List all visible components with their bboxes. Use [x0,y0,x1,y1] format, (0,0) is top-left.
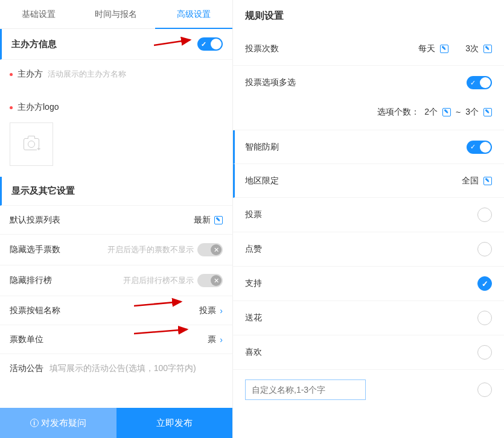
question-button[interactable]: i 对发布疑问 [0,408,116,438]
option-count-row: 选项个数： 2个 ~ 3个 [233,100,504,130]
anti-brush-row: 智能防刷 ✓ [233,130,504,164]
radio-support[interactable] [477,276,492,291]
option-support-row[interactable]: 支持 [233,267,504,301]
region-row[interactable]: 地区限定 全国 [233,164,504,198]
question-button-label: 对发布疑问 [41,417,86,429]
hide-votes-label: 隐藏选手票数 [10,244,60,255]
tab-advanced[interactable]: 高级设置 [155,0,232,28]
vote-unit-value: 票 [208,334,216,345]
edit-icon[interactable] [483,108,492,116]
chevron-right-icon: › [220,306,223,316]
option-like-row[interactable]: 点赞 [233,232,504,267]
organizer-section-title: 主办方信息 [11,39,57,50]
organizer-label: 主办方 [18,69,43,80]
radio-vote[interactable] [477,208,492,222]
hide-rank-label: 隐藏排行榜 [10,275,52,286]
option-like-label: 点赞 [245,244,262,255]
region-label: 地区限定 [245,176,279,186]
check-icon: ✓ [201,40,206,48]
anti-brush-toggle[interactable]: ✓ [467,141,492,154]
default-list-value: 最新 [194,215,211,226]
bottom-bar: i 对发布疑问 立即发布 [0,408,232,438]
cross-icon: ✕ [211,244,222,255]
tabs: 基础设置 时间与报名 高级设置 [0,0,232,29]
radio-flower[interactable] [477,311,492,325]
hide-rank-hint: 开启后排行榜不显示 [123,275,194,286]
option-love-label: 喜欢 [245,347,262,358]
option-vote-row[interactable]: 投票 [233,198,504,232]
edit-icon[interactable] [442,108,451,116]
chevron-right-icon: › [220,335,223,344]
radio-love[interactable] [477,345,492,360]
vote-count-freq: 每天 [418,43,435,54]
notice-row[interactable]: 活动公告 填写展示的活动公告(选填，100字符内) [0,354,232,383]
vote-btn-name-row[interactable]: 投票按钮名称 投票 › [0,296,232,325]
organizer-name-row[interactable]: 主办方 活动展示的主办方名称 [0,60,232,89]
edit-icon[interactable] [214,216,223,224]
hide-rank-row: 隐藏排行榜 开启后排行榜不显示 ✕ [0,265,232,296]
hide-votes-toggle[interactable]: ✕ [197,243,223,256]
display-section-header: 显示及其它设置 [0,177,232,206]
vote-btn-name-label: 投票按钮名称 [10,305,60,316]
organizer-desc: 活动展示的主办方名称 [48,69,126,80]
multi-select-toggle[interactable]: ✓ [467,76,492,89]
check-icon: ✓ [470,143,476,151]
vote-btn-name-value: 投票 [199,305,216,316]
organizer-logo-row: 主办方logo [0,89,232,118]
camera-icon: + [24,138,39,150]
region-value: 全国 [462,176,479,186]
publish-button[interactable]: 立即发布 [116,408,233,438]
option-custom-row[interactable] [233,370,504,410]
publish-button-label: 立即发布 [156,417,193,429]
option-sep: ~ [456,107,461,117]
check-icon: ✓ [470,79,476,87]
cross-icon: ✕ [211,275,222,286]
required-dot-icon [10,106,13,109]
option-love-row[interactable]: 喜欢 [233,335,504,370]
vote-count-num: 3次 [465,43,479,54]
option-min: 2个 [424,107,438,118]
radio-custom[interactable] [477,382,492,397]
multi-select-row: 投票选项多选 ✓ [233,66,504,100]
edit-icon[interactable] [483,177,492,185]
notice-placeholder: 填写展示的活动公告(选填，100字符内) [49,363,223,374]
option-flower-row[interactable]: 送花 [233,301,504,335]
multi-select-label: 投票选项多选 [245,77,296,88]
organizer-section-header: 主办方信息 ✓ [0,29,232,60]
vote-count-row: 投票次数 每天 3次 [233,32,504,66]
tab-time[interactable]: 时间与报名 [77,0,155,28]
edit-icon[interactable] [440,45,448,53]
custom-name-input[interactable] [245,379,366,400]
hide-rank-toggle[interactable]: ✕ [197,274,223,287]
option-flower-label: 送花 [245,313,262,323]
option-support-label: 支持 [245,278,262,289]
required-dot-icon [10,73,13,76]
left-panel: 基础设置 时间与报名 高级设置 主办方信息 ✓ 主办方 活动展示的主办方名称 [0,0,233,438]
vote-count-label: 投票次数 [245,43,279,54]
default-list-row[interactable]: 默认投票列表 最新 [0,206,232,235]
right-panel: 规则设置 投票次数 每天 3次 投票选项多选 ✓ 选项个数： 2个 ~ [233,0,504,438]
option-count-label: 选项个数： [377,107,419,118]
hide-votes-hint: 开启后选手的票数不显示 [107,244,194,255]
anti-brush-label: 智能防刷 [245,142,279,153]
organizer-logo-label: 主办方logo [18,102,59,113]
vote-unit-row[interactable]: 票数单位 票 › [0,325,232,354]
hide-votes-row: 隐藏选手票数 开启后选手的票数不显示 ✕ [0,235,232,265]
edit-icon[interactable] [483,45,492,53]
organizer-toggle[interactable]: ✓ [197,37,223,51]
default-list-label: 默认投票列表 [10,215,60,226]
tab-basic[interactable]: 基础设置 [0,0,77,28]
radio-like[interactable] [477,242,492,256]
info-icon: i [30,419,39,427]
display-section-title: 显示及其它设置 [11,185,75,197]
option-max: 3个 [465,107,479,118]
option-vote-label: 投票 [245,209,262,220]
rule-settings-title: 规则设置 [233,0,504,32]
logo-upload-box[interactable]: + [10,122,53,166]
vote-unit-label: 票数单位 [10,334,43,345]
notice-label: 活动公告 [10,363,43,374]
